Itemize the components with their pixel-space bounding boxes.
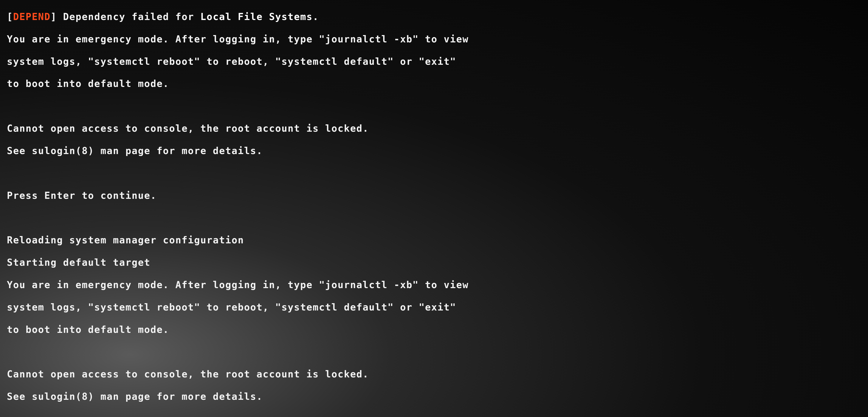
console-line: Cannot open access to console, the root …	[7, 368, 469, 380]
depend-msg-a: Dependency failed for	[63, 11, 200, 22]
depend-msg-c: .	[313, 11, 319, 22]
blank-line	[7, 212, 469, 223]
bracket-open: [	[7, 11, 13, 22]
console-line: to boot into default mode.	[7, 324, 469, 335]
blank-line	[7, 168, 469, 179]
console-line: system logs, "systemctl reboot" to reboo…	[7, 56, 469, 67]
console-line: You are in emergency mode. After logging…	[7, 34, 469, 45]
console-line: See sulogin(8) man page for more details…	[7, 391, 469, 402]
blank-line	[7, 100, 469, 112]
console-line: Starting default target	[7, 257, 469, 268]
console-line: See sulogin(8) man page for more details…	[7, 145, 469, 156]
bracket-close: ]	[51, 11, 63, 22]
console-line: Reloading system manager configuration	[7, 234, 469, 246]
console-line-depend: [DEPEND] Dependency failed for Local Fil…	[7, 11, 469, 22]
blank-line	[7, 413, 469, 417]
depend-tag: DEPEND	[13, 11, 51, 22]
depend-msg-b: Local File Systems	[200, 11, 313, 22]
boot-console: [DEPEND] Dependency failed for Local Fil…	[0, 0, 469, 417]
console-line-press-enter[interactable]: Press Enter to continue.	[7, 190, 469, 201]
console-line: Cannot open access to console, the root …	[7, 123, 469, 134]
blank-line	[7, 346, 469, 357]
console-line: You are in emergency mode. After logging…	[7, 279, 469, 290]
console-line: system logs, "systemctl reboot" to reboo…	[7, 302, 469, 313]
console-line: to boot into default mode.	[7, 78, 469, 89]
